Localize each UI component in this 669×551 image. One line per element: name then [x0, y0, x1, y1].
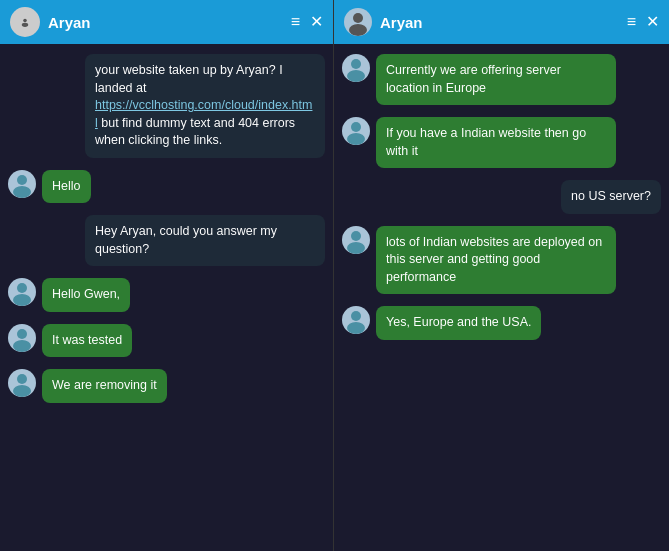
- right-header-name: Aryan: [380, 14, 627, 31]
- message-bubble: Hello: [42, 170, 91, 204]
- svg-point-3: [13, 186, 31, 198]
- message-avatar: [342, 54, 370, 82]
- message-text: Yes, Europe and the USA.: [386, 315, 531, 329]
- svg-point-13: [347, 70, 365, 82]
- message-avatar: [342, 117, 370, 145]
- table-row: It was tested: [8, 324, 325, 358]
- message-avatar: [8, 278, 36, 306]
- left-chat-window: Aryan ≡ ✕ your website taken up by Aryan…: [0, 0, 334, 551]
- message-avatar: [8, 324, 36, 352]
- right-hamburger-icon[interactable]: ≡: [627, 14, 636, 30]
- svg-point-0: [23, 19, 27, 23]
- left-hamburger-icon[interactable]: ≡: [291, 14, 300, 30]
- message-avatar: [8, 170, 36, 198]
- message-bubble: your website taken up by Aryan? I landed…: [85, 54, 325, 158]
- svg-point-12: [351, 59, 361, 69]
- table-row: We are removing it: [8, 369, 325, 403]
- message-text: no US server?: [571, 189, 651, 203]
- svg-point-5: [13, 294, 31, 306]
- message-text: Hey Aryan, could you answer my question?: [95, 224, 277, 256]
- table-row: no US server?: [342, 180, 661, 214]
- message-text: It was tested: [52, 333, 122, 347]
- svg-point-9: [13, 385, 31, 397]
- table-row: Currently we are offering server locatio…: [342, 54, 661, 105]
- message-text: We are removing it: [52, 378, 157, 392]
- svg-point-11: [349, 24, 367, 36]
- left-chat-header: Aryan ≡ ✕: [0, 0, 333, 44]
- message-text: If you have a Indian website then go wit…: [386, 126, 586, 158]
- message-avatar: [8, 369, 36, 397]
- right-close-icon[interactable]: ✕: [646, 14, 659, 30]
- left-header-name: Aryan: [48, 14, 291, 31]
- svg-point-6: [17, 329, 27, 339]
- message-text: Hello Gwen,: [52, 287, 120, 301]
- message-bubble: no US server?: [561, 180, 661, 214]
- message-bubble: lots of Indian websites are deployed on …: [376, 226, 616, 295]
- left-header-icons: ≡ ✕: [291, 14, 323, 30]
- left-close-icon[interactable]: ✕: [310, 14, 323, 30]
- svg-point-15: [347, 133, 365, 145]
- svg-point-8: [17, 374, 27, 384]
- message-text: lots of Indian websites are deployed on …: [386, 235, 602, 284]
- svg-point-2: [17, 175, 27, 185]
- message-avatar: [342, 226, 370, 254]
- right-chat-header: Aryan ≡ ✕: [334, 0, 669, 44]
- svg-point-4: [17, 283, 27, 293]
- table-row: If you have a Indian website then go wit…: [342, 117, 661, 168]
- message-text: Currently we are offering server locatio…: [386, 63, 561, 95]
- message-text-suffix: but find dummy text and 404 errors when …: [95, 116, 295, 148]
- message-text: your website taken up by Aryan? I landed…: [95, 63, 283, 95]
- message-bubble: We are removing it: [42, 369, 167, 403]
- svg-point-1: [22, 23, 28, 27]
- svg-point-17: [347, 242, 365, 254]
- table-row: Hello Gwen,: [8, 278, 325, 312]
- table-row: lots of Indian websites are deployed on …: [342, 226, 661, 295]
- table-row: Hey Aryan, could you answer my question?: [8, 215, 325, 266]
- left-chat-body: your website taken up by Aryan? I landed…: [0, 44, 333, 551]
- table-row: Yes, Europe and the USA.: [342, 306, 661, 340]
- svg-point-10: [353, 13, 363, 23]
- right-chat-body: Currently we are offering server locatio…: [334, 44, 669, 551]
- message-bubble: Hello Gwen,: [42, 278, 130, 312]
- svg-point-7: [13, 340, 31, 352]
- svg-point-18: [351, 311, 361, 321]
- message-text: Hello: [52, 179, 81, 193]
- message-bubble: If you have a Indian website then go wit…: [376, 117, 616, 168]
- svg-point-16: [351, 231, 361, 241]
- message-bubble: It was tested: [42, 324, 132, 358]
- right-chat-window: Aryan ≡ ✕ Currently we are offering serv…: [334, 0, 669, 551]
- table-row: Hello: [8, 170, 325, 204]
- message-bubble: Currently we are offering server locatio…: [376, 54, 616, 105]
- svg-point-14: [351, 122, 361, 132]
- message-avatar: [342, 306, 370, 334]
- right-header-icons: ≡ ✕: [627, 14, 659, 30]
- message-bubble: Yes, Europe and the USA.: [376, 306, 541, 340]
- left-header-avatar: [10, 7, 40, 37]
- svg-point-19: [347, 322, 365, 334]
- table-row: your website taken up by Aryan? I landed…: [8, 54, 325, 158]
- right-header-avatar: [344, 8, 372, 36]
- message-bubble: Hey Aryan, could you answer my question?: [85, 215, 325, 266]
